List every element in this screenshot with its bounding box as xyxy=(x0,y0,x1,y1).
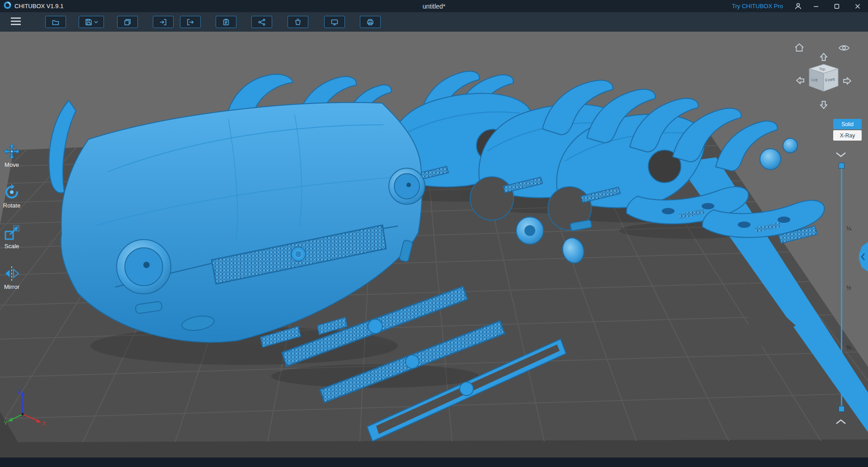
copy-button[interactable] xyxy=(117,16,138,28)
try-pro-link[interactable]: Try CHITUBOX Pro xyxy=(732,3,783,9)
close-icon xyxy=(855,4,860,9)
viewport-3d[interactable]: Move Rotate Scale Mi xyxy=(0,32,868,458)
clip-slider-track[interactable] xyxy=(841,165,842,409)
menu-button[interactable] xyxy=(10,17,22,27)
move-icon xyxy=(4,143,20,160)
scene-canvas[interactable] xyxy=(0,32,868,458)
resin-vat-button[interactable] xyxy=(288,16,308,28)
mirror-icon xyxy=(4,265,20,282)
network-sending-button[interactable] xyxy=(251,16,272,28)
rotate-right-arrow-icon[interactable] xyxy=(844,78,851,84)
render-mode-solid-button[interactable]: Solid xyxy=(833,119,862,129)
maximize-icon xyxy=(834,4,840,9)
import-model-button[interactable] xyxy=(153,16,174,28)
rotate-icon xyxy=(4,184,20,200)
app-logo-icon xyxy=(4,1,11,11)
maximize-button[interactable] xyxy=(826,0,847,12)
clip-fraction-quarter: ¼ xyxy=(846,225,851,232)
rotate-left-arrow-icon[interactable] xyxy=(797,77,804,84)
home-icon xyxy=(794,43,804,52)
move-tool-label: Move xyxy=(5,161,19,168)
screen-test-button[interactable] xyxy=(324,16,345,28)
rotate-tool-button[interactable]: Rotate xyxy=(0,184,24,209)
minimize-button[interactable] xyxy=(806,0,826,12)
clip-fraction-three-quarter: ¾ xyxy=(846,344,851,351)
clip-slider[interactable]: ¼ ½ ¾ xyxy=(835,162,855,415)
hamburger-menu-icon xyxy=(10,17,21,25)
settings-panel-handle[interactable] xyxy=(859,242,868,273)
y-axis-label: Y xyxy=(4,420,8,426)
bottom-bar xyxy=(0,458,868,467)
view-cube[interactable]: Top Left Front xyxy=(796,52,852,111)
arrow-out-of-bracket-icon xyxy=(187,19,194,26)
printer-button[interactable] xyxy=(360,16,381,28)
chevron-down-icon xyxy=(835,152,846,158)
clip-handle-top[interactable] xyxy=(839,163,844,169)
axes-gizmo: Z X Y xyxy=(3,388,46,431)
scale-tool-button[interactable]: Scale xyxy=(0,225,24,250)
user-account-button[interactable] xyxy=(790,0,806,12)
clipboard-icon xyxy=(222,19,230,26)
screen-icon xyxy=(331,19,338,26)
clip-handle-bottom[interactable] xyxy=(839,406,844,412)
chevron-down-icon xyxy=(94,21,98,24)
move-tool-button[interactable]: Move xyxy=(0,143,24,168)
save-icon xyxy=(85,19,92,26)
x-axis-label: X xyxy=(42,420,46,427)
vat-icon xyxy=(294,19,302,26)
save-button[interactable] xyxy=(79,16,104,28)
eye-icon xyxy=(839,44,849,52)
folder-icon xyxy=(52,19,59,26)
clip-collapse-button[interactable] xyxy=(835,152,846,159)
panel-handle-shape xyxy=(859,242,868,272)
z-axis-label: Z xyxy=(18,388,21,395)
rotate-up-arrow-icon[interactable] xyxy=(821,53,827,61)
titlebar: CHITUBOX V1.9.1 untitled* Try CHITUBOX P… xyxy=(0,0,868,12)
clipboard-button[interactable] xyxy=(216,16,236,28)
titlebar-left: CHITUBOX V1.9.1 xyxy=(0,1,63,11)
visibility-button[interactable] xyxy=(839,44,849,53)
export-model-button[interactable] xyxy=(180,16,201,28)
mirror-tool-label: Mirror xyxy=(4,283,19,290)
open-file-button[interactable] xyxy=(45,16,66,28)
clip-expand-button[interactable] xyxy=(835,419,846,426)
rotate-tool-label: Rotate xyxy=(3,202,20,209)
rotate-down-arrow-icon[interactable] xyxy=(821,101,827,108)
scale-tool-label: Scale xyxy=(5,243,19,250)
user-icon xyxy=(794,2,802,10)
mirror-tool-button[interactable]: Mirror xyxy=(0,265,24,290)
toolbar xyxy=(0,12,868,32)
chevron-up-icon xyxy=(835,419,846,425)
home-view-button[interactable] xyxy=(794,43,804,53)
minimize-icon xyxy=(813,4,819,9)
cube-top-label: Top xyxy=(819,67,826,71)
titlebar-right: Try CHITUBOX Pro xyxy=(732,0,868,12)
printer-icon xyxy=(367,19,374,26)
chitubox-window: CHITUBOX V1.9.1 untitled* Try CHITUBOX P… xyxy=(0,0,868,467)
app-title: CHITUBOX V1.9.1 xyxy=(14,3,63,9)
clip-fraction-half: ½ xyxy=(846,284,851,291)
scale-icon xyxy=(4,225,20,241)
view-cube-body[interactable]: Top Left Front xyxy=(809,64,838,91)
arrow-into-bracket-icon xyxy=(160,19,167,26)
render-mode-xray-button[interactable]: X-Ray xyxy=(833,130,862,141)
copy-icon xyxy=(124,19,131,26)
network-nodes-icon xyxy=(258,19,265,26)
close-button[interactable] xyxy=(847,0,868,12)
